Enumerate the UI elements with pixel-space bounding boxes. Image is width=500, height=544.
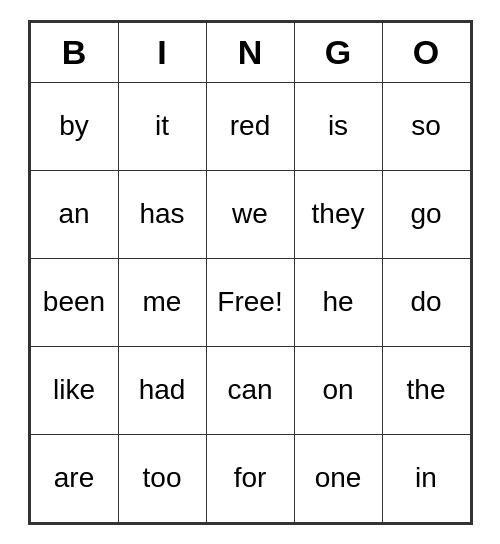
cell-r1-c2: we [206,170,294,258]
cell-r3-c1: had [118,346,206,434]
bingo-table: B I N G O byitredissoanhaswetheygobeenme… [30,22,471,523]
cell-r4-c2: for [206,434,294,522]
cell-r4-c0: are [30,434,118,522]
table-row: anhaswetheygo [30,170,470,258]
cell-r1-c0: an [30,170,118,258]
cell-r0-c4: so [382,82,470,170]
cell-r1-c1: has [118,170,206,258]
cell-r0-c0: by [30,82,118,170]
cell-r0-c1: it [118,82,206,170]
cell-r4-c4: in [382,434,470,522]
cell-r3-c0: like [30,346,118,434]
cell-r3-c2: can [206,346,294,434]
col-n: N [206,22,294,82]
table-row: beenmeFree!hedo [30,258,470,346]
header-row: B I N G O [30,22,470,82]
col-g: G [294,22,382,82]
cell-r3-c4: the [382,346,470,434]
table-row: aretooforonein [30,434,470,522]
cell-r1-c3: they [294,170,382,258]
cell-r4-c1: too [118,434,206,522]
bingo-body: byitredissoanhaswetheygobeenmeFree!hedol… [30,82,470,522]
col-b: B [30,22,118,82]
cell-r3-c3: on [294,346,382,434]
cell-r0-c3: is [294,82,382,170]
cell-r2-c0: been [30,258,118,346]
col-i: I [118,22,206,82]
cell-r2-c4: do [382,258,470,346]
cell-r2-c1: me [118,258,206,346]
cell-r2-c2: Free! [206,258,294,346]
bingo-card: B I N G O byitredissoanhaswetheygobeenme… [28,20,473,525]
cell-r0-c2: red [206,82,294,170]
cell-r4-c3: one [294,434,382,522]
cell-r2-c3: he [294,258,382,346]
col-o: O [382,22,470,82]
cell-r1-c4: go [382,170,470,258]
table-row: likehadcanonthe [30,346,470,434]
table-row: byitredisso [30,82,470,170]
